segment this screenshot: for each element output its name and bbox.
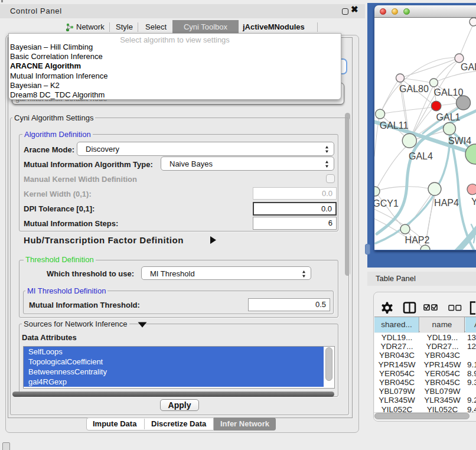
svg-text:GAL2: GAL2 (461, 62, 476, 72)
svg-text:GAL4: GAL4 (409, 151, 433, 161)
svg-text:SWI4: SWI4 (448, 136, 471, 146)
svg-text:HAP4: HAP4 (434, 198, 459, 208)
svg-text:GAL11: GAL11 (380, 120, 409, 131)
svg-text:GAL10: GAL10 (434, 87, 464, 97)
svg-text:HAP2: HAP2 (405, 235, 430, 245)
svg-text:GAL80: GAL80 (399, 84, 429, 94)
svg-text:GAL1: GAL1 (436, 112, 461, 122)
svg-text:YJ: YJ (471, 197, 476, 207)
svg-text:GCY1: GCY1 (374, 198, 399, 208)
